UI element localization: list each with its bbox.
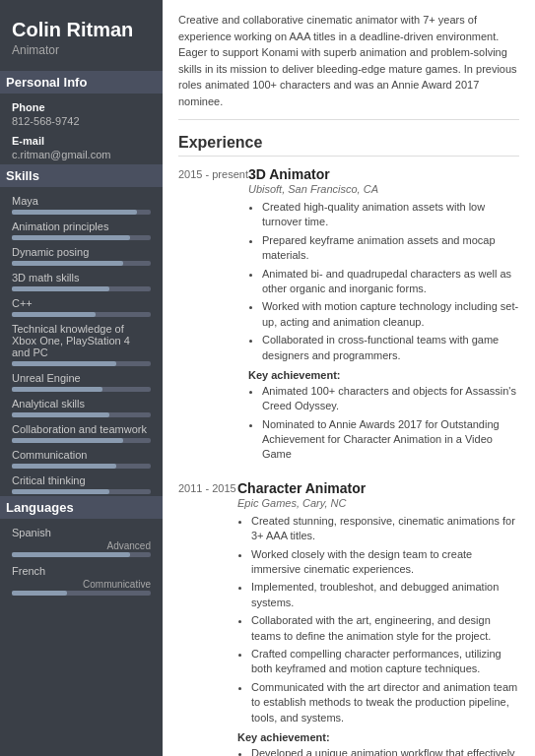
skills-list: MayaAnimation principlesDynamic posing3D… [12,195,151,494]
achievement-bullets: Developed a unique animation workflow th… [237,746,519,756]
job-dates: 2015 - present [178,166,248,469]
languages-list: SpanishAdvancedFrenchCommunicative [12,527,151,596]
language-level: Advanced [12,540,151,551]
main-content: Creative and collaborative cinematic ani… [163,0,535,756]
skill-bar-bg [12,387,151,392]
languages-section: Languages [0,496,163,519]
job-bullets: Created stunning, responsive, cinematic … [237,514,519,725]
job-company: Ubisoft, San Francisco, CA [248,183,519,195]
job-bullet: Implemented, troubleshot, and debugged a… [251,580,519,610]
skill-label: Collaboration and teamwork [12,423,151,435]
job-bullet: Created high-quality animation assets wi… [262,200,519,230]
language-label: Spanish [12,527,151,538]
job-bullet: Communicated with the art director and a… [251,680,519,725]
achievement-bullet: Developed a unique animation workflow th… [251,746,519,756]
skill-bar-bg [12,412,151,417]
job-item: 2015 - present3D AnimatorUbisoft, San Fr… [178,166,519,469]
job-content: Character AnimatorEpic Games, Cary, NCCr… [237,480,519,756]
phone-value: 812-568-9742 [12,115,151,127]
skill-bar-fill [12,361,116,366]
skill-bar-bg [12,210,151,215]
email-value: c.ritman@gmail.com [12,149,151,160]
job-title: Character Animator [237,480,519,496]
skill-bar-fill [12,489,109,494]
skill-bar-bg [12,261,151,266]
skill-bar-fill [12,387,102,392]
skill-label: Animation principles [12,220,151,232]
achievement-bullet: Animated 100+ characters and objects for… [262,384,519,414]
job-bullet: Animated bi- and quadrupedal characters … [262,267,519,297]
language-bar-fill [12,552,130,557]
job-bullet: Prepared keyframe animation assets and m… [262,233,519,264]
skill-label: Technical knowledge of Xbox One, PlaySta… [12,323,151,358]
skill-bar-bg [12,286,151,291]
skill-bar-fill [12,286,109,291]
experience-section: Experience 2015 - present3D AnimatorUbis… [178,134,519,756]
achievement-bullet: Nominated to Annie Awards 2017 for Outst… [262,417,519,463]
personal-info-section: Personal Info [0,71,163,94]
achievement-label: Key achievement: [237,731,519,743]
skill-bar-fill [12,312,96,317]
candidate-name: Colin Ritman [12,18,151,41]
job-bullet: Crafted compelling character performance… [251,647,519,677]
job-bullets: Created high-quality animation assets wi… [248,200,519,363]
language-bar-bg [12,591,151,596]
skill-bar-bg [12,235,151,240]
job-content: 3D AnimatorUbisoft, San Francisco, CACre… [248,166,519,469]
skill-bar-bg [12,489,151,494]
language-level: Communicative [12,579,151,590]
skills-section: Skills [0,164,163,187]
skill-bar-fill [12,438,123,443]
skill-label: C++ [12,297,151,309]
skill-bar-bg [12,438,151,443]
job-bullet: Created stunning, responsive, cinematic … [251,514,519,544]
skill-label: 3D math skills [12,272,151,284]
candidate-title: Animator [12,43,151,57]
job-item: 2011 - 2015Character AnimatorEpic Games,… [178,480,519,756]
skill-bar-fill [12,464,116,469]
job-dates: 2011 - 2015 [178,480,237,756]
skill-bar-fill [12,235,130,240]
skill-label: Dynamic posing [12,246,151,258]
skill-label: Maya [12,195,151,207]
skill-bar-bg [12,361,151,366]
language-bar-fill [12,591,67,596]
skill-bar-fill [12,412,109,417]
job-company: Epic Games, Cary, NC [237,497,519,509]
job-bullet: Collaborated in cross-functional teams w… [262,333,519,363]
sidebar: Colin Ritman Animator Personal Info Phon… [0,0,163,756]
skill-bar-bg [12,464,151,469]
phone-label: Phone [12,101,151,113]
language-label: French [12,565,151,577]
experience-heading: Experience [178,134,519,157]
skill-label: Communication [12,449,151,461]
job-bullet: Worked with motion capture technology in… [262,299,519,330]
skill-bar-fill [12,210,137,215]
skill-bar-bg [12,312,151,317]
skill-label: Unreal Engine [12,372,151,384]
skill-label: Analytical skills [12,398,151,410]
jobs-list: 2015 - present3D AnimatorUbisoft, San Fr… [178,166,519,756]
summary-text: Creative and collaborative cinematic ani… [178,12,519,120]
achievement-label: Key achievement: [248,369,519,381]
achievement-bullets: Animated 100+ characters and objects for… [248,384,519,463]
language-bar-bg [12,552,151,557]
job-bullet: Worked closely with the design team to c… [251,547,519,578]
email-label: E-mail [12,135,151,147]
skill-bar-fill [12,261,123,266]
skill-label: Critical thinking [12,474,151,486]
job-bullet: Collaborated with the art, engineering, … [251,613,519,644]
job-title: 3D Animator [248,166,519,182]
